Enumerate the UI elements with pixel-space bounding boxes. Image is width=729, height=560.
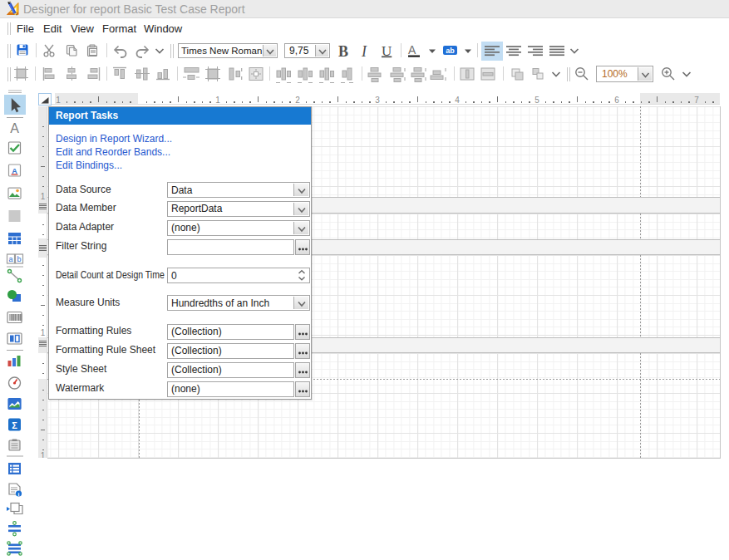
svg-text:6: 6: [614, 96, 619, 105]
svg-text:1: 1: [41, 192, 46, 201]
svg-text:1: 1: [56, 96, 61, 105]
svg-text:2: 2: [295, 96, 300, 105]
svg-text:1: 1: [215, 96, 220, 105]
svg-text:Σ: Σ: [12, 420, 17, 430]
svg-text:7: 7: [694, 96, 699, 105]
svg-text:4: 4: [455, 96, 460, 105]
svg-text:A: A: [12, 167, 17, 175]
svg-text:1: 1: [41, 451, 46, 458]
svg-text:3: 3: [375, 96, 380, 105]
svg-text:a: a: [8, 255, 12, 263]
svg-text:A: A: [10, 121, 19, 135]
svg-text:1: 1: [41, 328, 46, 337]
svg-text:5: 5: [534, 96, 539, 105]
svg-text:b: b: [17, 255, 21, 263]
svg-text:i: i: [18, 491, 20, 497]
